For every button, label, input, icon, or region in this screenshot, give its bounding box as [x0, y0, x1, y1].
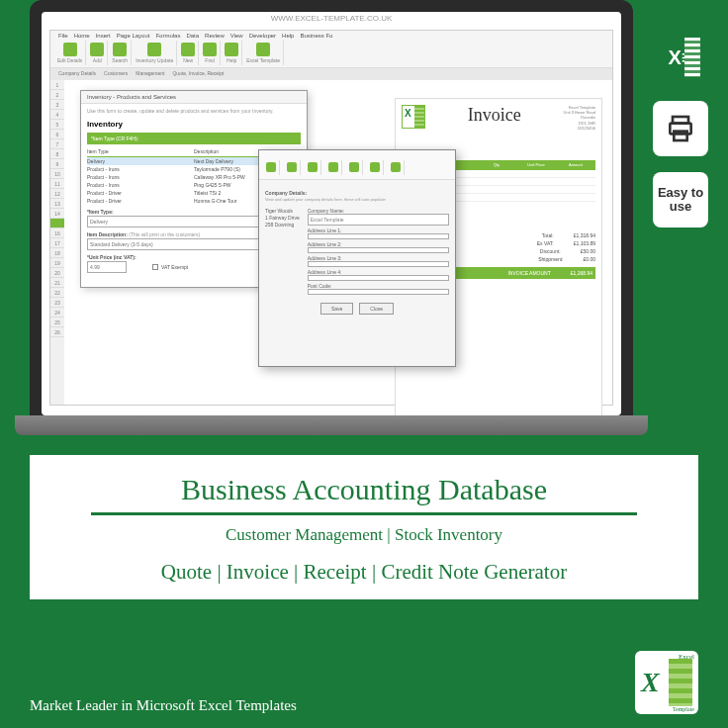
invoice-header: Invoice Excel Template Unit 3 Hawe Road …	[402, 105, 595, 131]
dialog-body: Company Details: View and update your co…	[259, 180, 455, 326]
sub-company[interactable]: Company Details	[58, 70, 96, 78]
excel-main-window: File Home Insert Page Layout Formulas Da…	[49, 30, 613, 406]
marketing-box: Business Accounting Database Customer Ma…	[30, 455, 698, 599]
dialog-buttons: Save Close	[265, 297, 449, 320]
help-icon	[225, 43, 238, 56]
dialog-find[interactable]	[367, 160, 384, 175]
inventory-icon	[147, 43, 161, 56]
ribbon-template[interactable]: Excel Template	[243, 41, 284, 65]
tab-review[interactable]: Review	[205, 33, 225, 39]
invoice-title: Invoice	[468, 105, 521, 126]
footer-logo: Excel X Template	[635, 651, 698, 714]
ribbon-search[interactable]: Search	[109, 41, 132, 65]
vat-exempt-checkbox[interactable]: VAT Exempt	[152, 264, 188, 270]
company-input[interactable]: Excel Template	[308, 214, 449, 226]
logo-bottom-label: Template	[673, 706, 694, 712]
sub-management[interactable]: Management	[136, 70, 164, 78]
dialog-help[interactable]	[388, 160, 405, 175]
search-icon	[308, 162, 318, 172]
tab-developer[interactable]: Developer	[249, 33, 276, 39]
dialog-search[interactable]	[305, 160, 321, 175]
ribbon-add[interactable]: Add	[87, 41, 108, 65]
invoice-address: Excel Template Unit 3 Hawe Road Dunedin …	[564, 105, 595, 131]
addr1-input[interactable]	[308, 233, 449, 239]
checkbox-icon	[152, 264, 158, 270]
dialog-add[interactable]	[284, 160, 301, 175]
row-headers: 1234567891011121314 15161718192021222324…	[50, 80, 64, 405]
subtitle: Customer Management | Stock Inventory	[53, 525, 675, 545]
tab-home[interactable]: Home	[74, 33, 90, 39]
inventory-type-bar: *Item Type (CR F4H):	[87, 133, 301, 144]
laptop-mockup: WWW.EXCEL-TEMPLATE.CO.UK File Home Inser…	[30, 0, 633, 435]
screen: WWW.EXCEL-TEMPLATE.CO.UK File Home Inser…	[42, 12, 621, 415]
ribbon-new-label: New	[183, 57, 193, 63]
tab-help[interactable]: Help	[282, 33, 294, 39]
tab-business[interactable]: Business Fo	[300, 33, 332, 39]
main-title: Business Accounting Database	[53, 473, 675, 506]
title-underline	[91, 512, 638, 515]
tab-formulas[interactable]: Formulas	[155, 33, 180, 39]
tab-insert[interactable]: Insert	[96, 33, 111, 39]
save-button[interactable]: Save	[320, 303, 353, 315]
logo-x-icon: X	[641, 667, 660, 698]
add-icon	[287, 162, 297, 172]
ribbon-help-label: Help	[227, 57, 236, 63]
new-icon	[181, 43, 195, 56]
logo-bars-icon	[669, 659, 692, 706]
ribbon-help[interactable]: Help	[222, 41, 242, 65]
ribbon-new[interactable]: New	[178, 41, 199, 65]
find-icon	[203, 43, 217, 56]
dialog-new[interactable]	[346, 160, 363, 175]
postcode-input[interactable]	[308, 289, 449, 295]
template-icon	[256, 43, 270, 56]
new-icon	[349, 162, 359, 172]
laptop-base	[15, 415, 648, 435]
addr2-input[interactable]	[308, 247, 449, 253]
dialog-ribbon	[259, 150, 455, 180]
addr4-input[interactable]	[308, 275, 449, 281]
tab-file[interactable]: File	[58, 33, 68, 39]
edit-icon	[63, 43, 77, 56]
ribbon-template-label: Excel Template	[246, 57, 280, 63]
company-details-dialog: Company Details: View and update your co…	[258, 149, 456, 367]
excel-app-icon: X≡	[653, 30, 708, 85]
inventory-header: Inventory - Products and Services	[81, 91, 307, 104]
print-icon	[653, 101, 708, 156]
close-button[interactable]: Close	[359, 303, 394, 315]
laptop-frame: WWW.EXCEL-TEMPLATE.CO.UK File Home Inser…	[30, 0, 633, 415]
spreadsheet-area: 1234567891011121314 15161718192021222324…	[50, 80, 612, 405]
th-type: Item Type	[87, 148, 194, 154]
easy-to-use-badge: Easy to use	[653, 172, 708, 228]
sub-ribbon: Company Details Customers Management Quo…	[50, 68, 612, 80]
find-icon	[370, 162, 380, 172]
ribbon-find-label: Find	[205, 57, 215, 63]
dialog-note: View and update your company details her…	[265, 197, 449, 202]
footer: Market Leader in Microsoft Excel Templat…	[30, 651, 698, 714]
ribbon-find[interactable]: Find	[200, 41, 221, 65]
features-text: Quote | Invoice | Receipt | Credit Note …	[53, 559, 675, 586]
addr3-input[interactable]	[308, 261, 449, 267]
ribbon-edit-label: Edit Details	[57, 57, 82, 63]
excel-logo-icon	[402, 105, 425, 129]
dialog-title: Company Details:	[265, 190, 449, 196]
side-icons: X≡ Easy to use	[653, 30, 708, 228]
add-icon	[90, 43, 104, 56]
dialog-inventory[interactable]	[325, 160, 342, 175]
sub-customers[interactable]: Customers	[104, 70, 128, 78]
tab-data[interactable]: Data	[186, 33, 199, 39]
inventory-note: Use this form to create, update and dele…	[81, 104, 307, 118]
help-icon	[391, 162, 401, 172]
unit-price-input[interactable]: 4.99	[87, 261, 127, 273]
dialog-customer-info: Tiger Woods 1 Fairway Drive 258 Downing	[265, 208, 300, 291]
ribbon-tabs: File Home Insert Page Layout Formulas Da…	[50, 31, 340, 41]
tab-pagelayout[interactable]: Page Layout	[117, 33, 150, 39]
ribbon-edit[interactable]: Edit Details	[54, 41, 86, 65]
sub-quote[interactable]: Quote, Invoice, Receipt	[172, 70, 224, 78]
inventory-icon	[328, 162, 338, 172]
inventory-title: Inventory	[81, 118, 307, 131]
ribbon-inventory[interactable]: Inventory Update	[133, 41, 177, 65]
ribbon-inventory-label: Inventory Update	[136, 57, 173, 63]
footer-tagline: Market Leader in Microsoft Excel Templat…	[30, 697, 297, 714]
tab-view[interactable]: View	[230, 33, 243, 39]
dialog-edit[interactable]	[263, 160, 280, 175]
